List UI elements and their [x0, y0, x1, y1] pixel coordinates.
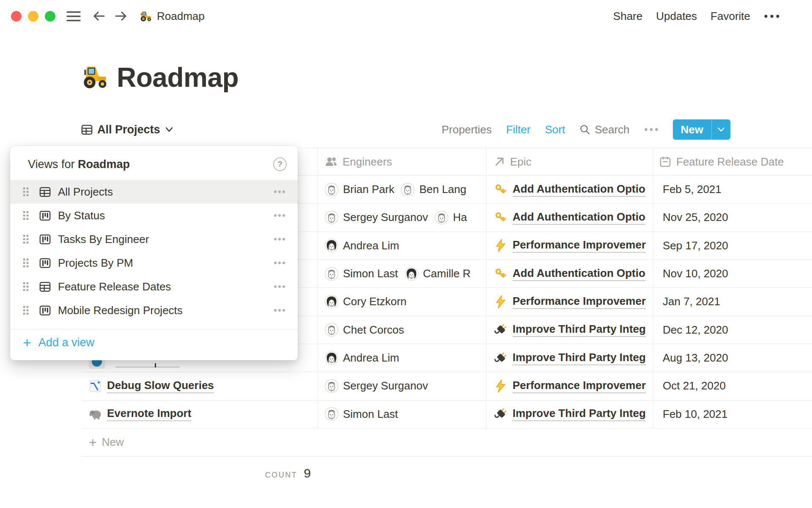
updates-button[interactable]: Updates — [656, 10, 697, 23]
zoom-window-button[interactable] — [45, 11, 55, 22]
drag-handle-icon[interactable] — [22, 305, 29, 316]
release-date-cell[interactable]: Feb 10, 2021 — [653, 400, 812, 428]
count-aggregate[interactable]: COUNT 9 — [81, 457, 318, 480]
release-date-cell[interactable]: Aug 13, 2020 — [653, 344, 812, 372]
forward-arrow-icon[interactable] — [115, 11, 127, 22]
view-item-feature-release-dates[interactable]: Feature Release Dates — [10, 275, 298, 298]
engineers-cell[interactable]: Sergey Surganov — [318, 372, 486, 400]
filter-button[interactable]: Filter — [506, 123, 531, 136]
view-item-by-status[interactable]: By Status — [10, 204, 298, 227]
name-cell[interactable]: Debug Slow Queries — [81, 372, 318, 400]
engineers-cell[interactable]: Andrea Lim — [318, 344, 486, 372]
sort-button[interactable]: Sort — [545, 123, 565, 136]
epic-link[interactable]: Performance Improvemer — [513, 379, 646, 393]
release-date-column-header[interactable]: Feature Release Date — [653, 148, 812, 175]
drag-handle-icon[interactable] — [22, 210, 29, 221]
engineers-cell[interactable]: Andrea Lim — [318, 232, 486, 260]
epic-cell[interactable]: Add Authentication Optio — [486, 204, 653, 231]
engineers-cell[interactable]: Sergey SurganovHa — [318, 204, 486, 231]
engineer-chip[interactable]: Sergey Surganov — [325, 379, 428, 393]
epic-link[interactable]: Improve Third Party Integ — [513, 407, 646, 421]
release-date-cell[interactable]: Oct 21, 2020 — [653, 372, 812, 400]
epic-cell[interactable]: Add Authentication Optio — [486, 176, 653, 203]
engineer-chip[interactable]: Simon Last — [325, 267, 398, 281]
view-item-more-icon[interactable] — [274, 261, 285, 265]
view-item-all-projects[interactable]: All Projects — [10, 180, 298, 204]
view-item-more-icon[interactable] — [274, 237, 285, 241]
epic-cell[interactable]: Performance Improvemer — [486, 288, 653, 315]
release-date-cell[interactable]: Nov 10, 2020 — [653, 260, 812, 287]
release-date-cell[interactable]: Dec 12, 2020 — [653, 316, 812, 344]
drag-handle-icon[interactable] — [22, 257, 29, 268]
view-item-more-icon[interactable] — [274, 214, 285, 217]
epic-cell[interactable]: Improve Third Party Integ — [486, 316, 653, 344]
epic-link[interactable]: Add Authentication Optio — [513, 182, 645, 197]
epic-cell[interactable]: Performance Improvemer — [486, 372, 653, 400]
menu-icon[interactable] — [66, 11, 81, 22]
engineers-cell[interactable]: Cory Etzkorn — [318, 288, 486, 315]
favorite-button[interactable]: Favorite — [710, 10, 750, 23]
engineer-chip[interactable]: Chet Corcos — [325, 323, 404, 337]
epic-link[interactable]: Performance Improvemer — [513, 295, 646, 309]
minimize-window-button[interactable] — [28, 11, 38, 22]
release-date-cell[interactable]: Sep 17, 2020 — [653, 232, 812, 260]
engineers-cell[interactable]: Simon LastCamille R — [318, 260, 486, 287]
epic-cell[interactable]: Add Authentication Optio — [486, 260, 653, 287]
page-title[interactable]: Roadmap — [117, 62, 239, 93]
epic-link[interactable]: Add Authentication Optio — [513, 267, 645, 281]
name-cell[interactable]: Evernote Import — [81, 400, 318, 428]
engineer-chip[interactable]: Ha — [435, 211, 467, 224]
new-button-dropdown[interactable] — [712, 127, 730, 132]
view-item-more-icon[interactable] — [274, 190, 285, 193]
view-item-mobile-redesign-projects[interactable]: Mobile Redesign Projects — [10, 298, 298, 322]
epic-link[interactable]: Performance Improvemer — [513, 238, 646, 253]
epic-link[interactable]: Add Authentication Optio — [513, 210, 645, 225]
engineers-cell[interactable]: Chet Corcos — [318, 316, 486, 344]
view-item-projects-by-pm[interactable]: Projects By PM — [10, 251, 298, 275]
release-date-cell[interactable]: Nov 25, 2020 — [653, 204, 812, 231]
back-arrow-icon[interactable] — [93, 11, 105, 22]
drag-handle-icon[interactable] — [22, 281, 29, 292]
toolbar-more-icon[interactable] — [644, 128, 658, 131]
search-button[interactable]: Search — [579, 123, 629, 136]
engineer-chip[interactable]: Andrea Lim — [325, 351, 399, 365]
new-button[interactable]: New — [673, 123, 711, 136]
engineer-chip[interactable]: Brian Park — [325, 183, 394, 196]
add-view-button[interactable]: + Add a view — [10, 329, 298, 356]
epic-link[interactable]: Improve Third Party Integ — [513, 323, 646, 337]
ellipsis-icon[interactable] — [764, 14, 780, 18]
table-row: Evernote ImportSimon LastImprove Third P… — [81, 400, 812, 428]
engineers-cell[interactable]: Simon Last — [318, 400, 486, 428]
view-selector[interactable]: All Projects — [81, 123, 173, 136]
engineer-chip[interactable]: Simon Last — [325, 407, 398, 421]
epic-column-header[interactable]: Epic — [486, 148, 653, 175]
project-link-partial[interactable] — [115, 367, 180, 367]
engineers-column-header[interactable]: Engineers — [318, 148, 486, 175]
view-item-tasks-by-engineer[interactable]: Tasks By Engineer — [10, 227, 298, 251]
engineer-chip[interactable]: Camille R — [405, 267, 471, 281]
drag-handle-icon[interactable] — [22, 186, 29, 197]
engineer-chip[interactable]: Andrea Lim — [325, 239, 399, 252]
share-button[interactable]: Share — [613, 10, 642, 23]
engineer-chip[interactable]: Sergey Surganov — [325, 211, 428, 224]
properties-button[interactable]: Properties — [442, 123, 492, 136]
epic-cell[interactable]: Improve Third Party Integ — [486, 344, 653, 372]
epic-link[interactable]: Improve Third Party Integ — [513, 351, 646, 365]
engineers-cell[interactable]: Brian ParkBen Lang — [318, 176, 486, 203]
view-item-more-icon[interactable] — [274, 285, 285, 288]
engineer-chip[interactable]: Cory Etzkorn — [325, 295, 406, 309]
release-date-cell[interactable]: Jan 7, 2021 — [653, 288, 812, 315]
epic-cell[interactable]: Performance Improvemer — [486, 232, 653, 260]
drag-handle-icon[interactable] — [22, 234, 29, 245]
epic-cell[interactable]: Improve Third Party Integ — [486, 400, 653, 428]
project-link[interactable]: Debug Slow Queries — [107, 379, 214, 393]
close-window-button[interactable] — [11, 11, 22, 22]
release-date-cell[interactable]: Feb 5, 2021 — [653, 176, 812, 203]
page-tractor-icon[interactable] — [80, 63, 108, 92]
breadcrumb[interactable]: Roadmap — [139, 10, 205, 23]
engineer-chip[interactable]: Ben Lang — [401, 183, 466, 196]
help-icon[interactable]: ? — [273, 157, 287, 171]
view-item-more-icon[interactable] — [274, 309, 285, 312]
new-row-button[interactable]: + New — [81, 428, 812, 457]
project-link[interactable]: Evernote Import — [107, 407, 191, 421]
